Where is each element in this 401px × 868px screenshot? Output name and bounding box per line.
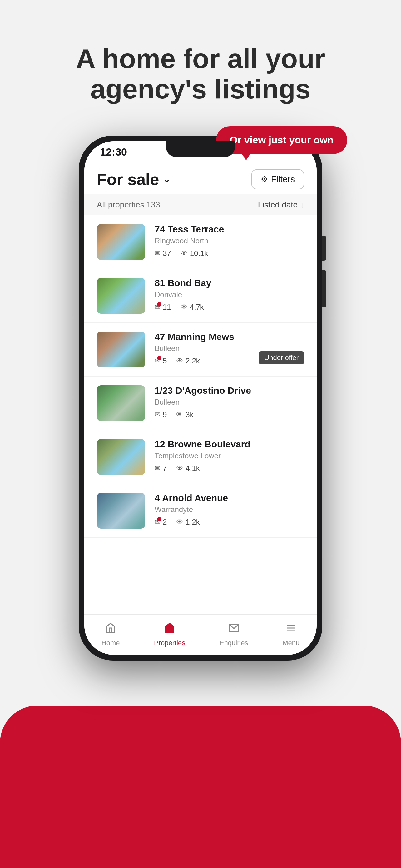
views-count: 4.1k — [186, 464, 200, 473]
enquiries-stat: ✉ 7 — [155, 464, 167, 473]
unread-dot — [157, 356, 162, 360]
property-suburb: Bulleen — [155, 398, 304, 406]
property-image — [97, 493, 145, 529]
property-address: 47 Manning Mews — [155, 332, 304, 342]
home-nav-icon — [105, 622, 116, 637]
nav-item-menu[interactable]: Menu — [282, 622, 300, 647]
property-suburb: Donvale — [155, 290, 304, 299]
bottom-nav: Home Properties Enquiries Menu — [84, 614, 317, 655]
phone-outer: 12:30 For sale ⌄ ⚙ Filters All propertie… — [79, 135, 322, 660]
property-address: 12 Browne Boulevard — [155, 439, 304, 450]
enquiries-count: 37 — [163, 249, 171, 258]
enquiries-stat: ✉ 9 — [155, 410, 167, 419]
property-info: 1/23 D'Agostino Drive Bulleen ✉ 9 👁 3k — [155, 385, 304, 419]
eye-icon: 👁 — [176, 410, 183, 419]
menu-nav-label: Menu — [282, 639, 300, 647]
mail-icon: ✉ — [155, 303, 160, 311]
sort-label: Listed date — [258, 200, 298, 210]
enquiries-stat: ✉ 2 — [155, 518, 167, 526]
under-offer-badge: Under offer — [259, 351, 304, 364]
views-stat: 👁 4.7k — [180, 303, 204, 312]
property-image — [97, 439, 145, 475]
enquiries-nav-icon — [228, 622, 239, 637]
tooltip-bubble: Or view just your own — [216, 126, 347, 154]
property-image — [97, 224, 145, 260]
phone-inner: 12:30 For sale ⌄ ⚙ Filters All propertie… — [84, 141, 317, 655]
list-item[interactable]: 1/23 D'Agostino Drive Bulleen ✉ 9 👁 3k — [84, 376, 317, 430]
filters-label: Filters — [271, 174, 295, 184]
property-stats: ✉ 7 👁 4.1k — [155, 464, 304, 473]
home-nav-label: Home — [101, 639, 120, 647]
property-address: 81 Bond Bay — [155, 278, 304, 288]
unread-dot — [157, 517, 162, 522]
property-image — [97, 332, 145, 367]
eye-icon: 👁 — [176, 357, 183, 365]
property-stats: ✉ 9 👁 3k — [155, 410, 304, 419]
views-stat: 👁 4.1k — [176, 464, 200, 473]
nav-item-home[interactable]: Home — [101, 622, 120, 647]
mail-icon: ✉ — [155, 518, 160, 526]
properties-nav-label: Properties — [154, 639, 185, 647]
mail-icon: ✉ — [155, 410, 160, 419]
enquiries-count: 11 — [163, 303, 171, 312]
filters-button[interactable]: ⚙ Filters — [252, 169, 304, 189]
views-count: 4.7k — [190, 303, 204, 312]
eye-icon: 👁 — [180, 303, 188, 311]
eye-icon: 👁 — [180, 249, 188, 257]
enquiries-stat: ✉ 37 — [155, 249, 171, 258]
listing-type-label: For sale — [97, 170, 159, 189]
property-stats: ✉ 37 👁 10.1k — [155, 249, 304, 258]
mail-icon: ✉ — [155, 357, 160, 365]
eye-icon: 👁 — [176, 464, 183, 472]
hero-title: A home for all your agency's listings — [60, 44, 341, 104]
phone-wrapper: Or view just your own 12:30 For sale ⌄ ⚙… — [79, 135, 322, 660]
unread-dot — [157, 302, 162, 307]
enquiries-count: 2 — [163, 518, 167, 526]
properties-bar: All properties 133 Listed date ↓ — [84, 194, 317, 215]
list-item[interactable]: 74 Tess Terrace Ringwood North ✉ 37 👁 10… — [84, 215, 317, 269]
enquiries-stat: ✉ 5 — [155, 356, 167, 365]
enquiries-stat: ✉ 11 — [155, 303, 171, 312]
property-image — [97, 385, 145, 421]
enquiries-nav-label: Enquiries — [220, 639, 248, 647]
property-address: 4 Arnold Avenue — [155, 493, 304, 503]
sort-button[interactable]: Listed date ↓ — [258, 200, 304, 210]
property-info: 81 Bond Bay Donvale ✉ 11 👁 4.7k — [155, 278, 304, 312]
filter-icon: ⚙ — [261, 174, 268, 184]
list-item[interactable]: 12 Browne Boulevard Templestowe Lower ✉ … — [84, 430, 317, 484]
property-info: 74 Tess Terrace Ringwood North ✉ 37 👁 10… — [155, 224, 304, 258]
property-info: 4 Arnold Avenue Warrandyte ✉ 2 👁 1.2k — [155, 493, 304, 526]
views-count: 10.1k — [190, 249, 208, 258]
views-count: 3k — [186, 410, 193, 419]
property-address: 1/23 D'Agostino Drive — [155, 385, 304, 396]
list-item[interactable]: 81 Bond Bay Donvale ✉ 11 👁 4.7k — [84, 269, 317, 323]
views-stat: 👁 1.2k — [176, 518, 200, 526]
nav-item-properties[interactable]: Properties — [154, 622, 185, 647]
phone-notch — [166, 141, 235, 157]
list-item[interactable]: 47 Manning Mews Bulleen ✉ 5 👁 2.2k Under… — [84, 323, 317, 376]
views-stat: 👁 3k — [176, 410, 193, 419]
properties-count: All properties 133 — [97, 200, 160, 210]
property-address: 74 Tess Terrace — [155, 224, 304, 235]
enquiries-count: 9 — [163, 410, 167, 419]
mail-icon: ✉ — [155, 464, 160, 472]
property-info: 12 Browne Boulevard Templestowe Lower ✉ … — [155, 439, 304, 473]
property-stats: ✉ 2 👁 1.2k — [155, 518, 304, 526]
property-stats: ✉ 11 👁 4.7k — [155, 303, 304, 312]
eye-icon: 👁 — [176, 518, 183, 526]
status-time: 12:30 — [100, 146, 127, 158]
page-wrapper: A home for all your agency's listings Or… — [0, 0, 401, 868]
menu-nav-icon — [286, 622, 297, 637]
red-background — [0, 706, 401, 868]
sort-icon: ↓ — [300, 200, 304, 210]
mail-icon: ✉ — [155, 249, 160, 257]
views-count: 1.2k — [186, 518, 200, 526]
listing-type-dropdown[interactable]: For sale ⌄ — [97, 170, 170, 189]
enquiries-count: 7 — [163, 464, 167, 473]
nav-item-enquiries[interactable]: Enquiries — [220, 622, 248, 647]
property-list: 74 Tess Terrace Ringwood North ✉ 37 👁 10… — [84, 215, 317, 614]
property-suburb: Warrandyte — [155, 505, 304, 514]
list-item[interactable]: 4 Arnold Avenue Warrandyte ✉ 2 👁 1.2k — [84, 484, 317, 538]
views-stat: 👁 2.2k — [176, 356, 200, 365]
property-image — [97, 278, 145, 314]
